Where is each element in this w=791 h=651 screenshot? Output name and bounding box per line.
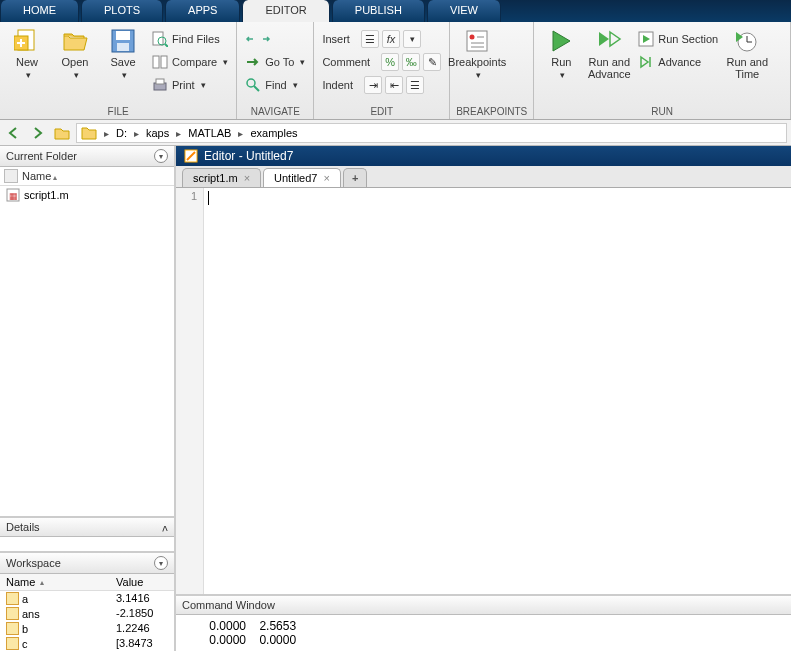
run-time-button[interactable]: Run and Time <box>726 24 768 80</box>
ws-a-val: 3.1416 <box>110 591 174 606</box>
editor-titlebar: Editor - Untitled7 <box>176 146 791 166</box>
tab-plots[interactable]: PLOTS <box>81 0 163 22</box>
compare-icon <box>152 54 168 70</box>
ws-value-col[interactable]: Value <box>110 574 174 590</box>
editor-tab-untitled7[interactable]: Untitled7× <box>263 168 341 187</box>
back-button[interactable] <box>4 123 24 143</box>
tab-editor[interactable]: EDITOR <box>242 0 329 22</box>
workspace-label: Workspace <box>6 557 61 569</box>
find-icon <box>245 77 261 93</box>
run-advance-icon <box>596 28 622 54</box>
ws-row-ans[interactable]: ans-2.1850 <box>0 606 174 621</box>
group-nav-label: NAVIGATE <box>243 104 307 119</box>
comment-row: Comment %‰✎ <box>320 51 443 73</box>
find-button[interactable]: Find <box>243 74 307 96</box>
details-collapse-icon[interactable]: ʌ <box>162 522 168 533</box>
close-tab-icon[interactable]: × <box>244 172 250 184</box>
command-window-title: Command Window <box>176 596 791 615</box>
ribbon-group-run: Run Run and Advance Run Section Advance … <box>534 22 791 119</box>
indent-row: Indent ⇥⇤☰ <box>320 74 443 96</box>
editor-body[interactable]: 1 <box>176 188 791 594</box>
run-section-icon <box>638 31 654 47</box>
ribbon-group-navigate: Go To Find NAVIGATE <box>237 22 314 119</box>
outdent-icon[interactable]: ⇤ <box>385 76 403 94</box>
folder-open-icon <box>62 28 88 54</box>
group-run-label: RUN <box>540 104 784 119</box>
file-type-icon <box>4 169 18 183</box>
var-icon <box>6 607 19 620</box>
cf-header[interactable]: Name <box>0 167 174 186</box>
advance-button[interactable]: Advance <box>636 51 720 73</box>
ws-ans-name: ans <box>22 608 40 620</box>
wrap-comment-icon[interactable]: ✎ <box>423 53 441 71</box>
folder-icon <box>81 126 97 140</box>
editor-title-text: Editor - Untitled7 <box>204 149 293 163</box>
cmd-line2: 0.0000 0.0000 <box>196 633 771 647</box>
editor-gutter: 1 <box>176 188 204 594</box>
goto-button[interactable]: Go To <box>243 51 307 73</box>
find-files-button[interactable]: Find Files <box>150 28 230 50</box>
smart-indent-icon[interactable]: ☰ <box>406 76 424 94</box>
run-button[interactable]: Run <box>540 24 582 80</box>
ws-row-b[interactable]: b1.2246 <box>0 621 174 636</box>
insert-more-icon[interactable] <box>403 30 421 48</box>
goto-icon <box>245 54 261 70</box>
indent-icon[interactable]: ⇥ <box>364 76 382 94</box>
ribbon: New Open Save Find Files Compare Print F… <box>0 22 791 120</box>
tab-publish[interactable]: PUBLISH <box>332 0 425 22</box>
new-file-icon <box>14 28 40 54</box>
text-cursor <box>208 191 209 205</box>
save-button[interactable]: Save <box>102 24 144 80</box>
nav-arrows-icon <box>245 31 275 47</box>
path-seg2[interactable]: MATLAB <box>188 127 231 139</box>
file-item-script1[interactable]: ▦ script1.m <box>0 186 174 204</box>
right-pane: Editor - Untitled7 script1.m× Untitled7×… <box>176 146 791 651</box>
svg-rect-16 <box>467 31 487 51</box>
editor-tab-add[interactable]: + <box>343 168 367 187</box>
advance-icon <box>638 54 654 70</box>
nav-history[interactable] <box>243 28 307 50</box>
ws-row-c[interactable]: c[3.8473 <box>0 636 174 651</box>
open-label: Open <box>62 56 89 68</box>
path-seg3[interactable]: examples <box>250 127 297 139</box>
ws-row-a[interactable]: a3.1416 <box>0 591 174 606</box>
cf-name-col[interactable]: Name <box>22 170 57 182</box>
comment-icon[interactable]: % <box>381 53 399 71</box>
compare-button[interactable]: Compare <box>150 51 230 73</box>
workspace-menu-icon[interactable]: ▾ <box>154 556 168 570</box>
tab-home[interactable]: HOME <box>0 0 79 22</box>
ws-a-name: a <box>22 593 28 605</box>
editor-textarea[interactable] <box>204 188 791 594</box>
up-folder-button[interactable] <box>52 123 72 143</box>
path-field[interactable]: D: kaps MATLAB examples <box>76 123 787 143</box>
new-button[interactable]: New <box>6 24 48 80</box>
ws-c-val: [3.8473 <box>110 636 174 651</box>
close-tab-icon[interactable]: × <box>323 172 329 184</box>
print-button[interactable]: Print <box>150 74 230 96</box>
open-button[interactable]: Open <box>54 24 96 80</box>
editor-tab-script1[interactable]: script1.m× <box>182 168 261 187</box>
tab-view[interactable]: VIEW <box>427 0 501 22</box>
goto-label: Go To <box>265 56 294 68</box>
run-advance-button[interactable]: Run and Advance <box>588 24 630 80</box>
breakpoints-button[interactable]: Breakpoints <box>456 24 498 80</box>
file1-label: script1.m <box>24 189 69 201</box>
insert-section-icon[interactable]: ☰ <box>361 30 379 48</box>
run-time-label: Run and Time <box>726 56 768 80</box>
new-label: New <box>16 56 38 68</box>
command-window-body[interactable]: 0.0000 2.5653 0.0000 0.0000 <box>176 615 791 651</box>
uncomment-icon[interactable]: ‰ <box>402 53 420 71</box>
current-folder-menu-icon[interactable]: ▾ <box>154 149 168 163</box>
ws-header[interactable]: Name Value <box>0 574 174 591</box>
save-label: Save <box>110 56 135 68</box>
tab-apps[interactable]: APPS <box>165 0 240 22</box>
path-seg1[interactable]: kaps <box>146 127 169 139</box>
run-section-button[interactable]: Run Section <box>636 28 720 50</box>
print-icon <box>152 77 168 93</box>
forward-button[interactable] <box>28 123 48 143</box>
run-icon <box>548 28 574 54</box>
find-files-label: Find Files <box>172 33 220 45</box>
insert-fx-icon[interactable]: fx <box>382 30 400 48</box>
ws-name-col[interactable]: Name <box>0 574 110 590</box>
path-drive[interactable]: D: <box>116 127 127 139</box>
